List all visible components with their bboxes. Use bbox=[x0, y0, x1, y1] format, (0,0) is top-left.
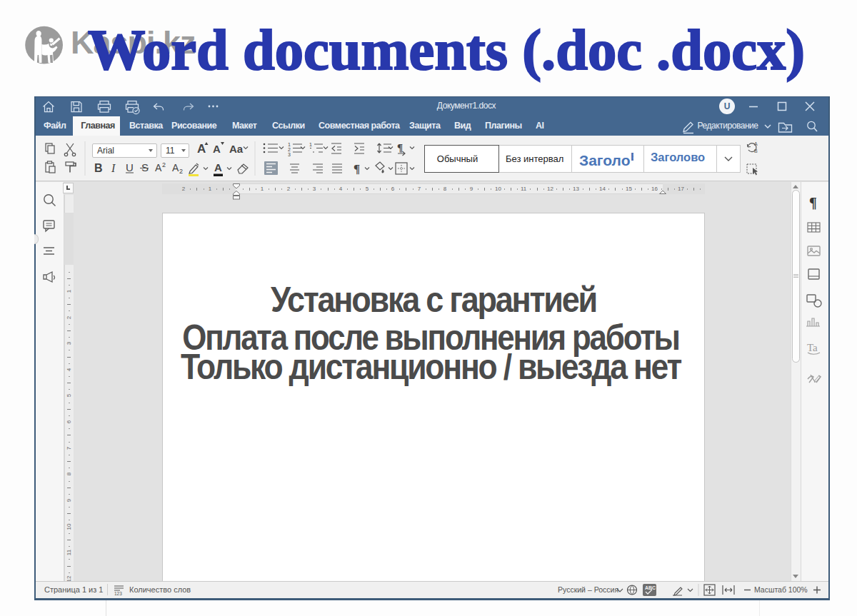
svg-text:U: U bbox=[126, 161, 134, 173]
svg-text:A: A bbox=[155, 162, 162, 173]
svg-text:A: A bbox=[214, 161, 222, 173]
svg-text:ABC: ABC bbox=[645, 585, 656, 590]
svg-text:¶: ¶ bbox=[809, 195, 817, 211]
svg-text:U: U bbox=[724, 101, 731, 111]
svg-text:1: 1 bbox=[309, 142, 312, 147]
svg-text:Aa: Aa bbox=[229, 143, 244, 155]
svg-text:123: 123 bbox=[114, 591, 122, 596]
svg-text:B: B bbox=[94, 162, 103, 174]
svg-text:B: B bbox=[754, 148, 758, 153]
svg-text:A: A bbox=[754, 141, 758, 146]
svg-text:1: 1 bbox=[288, 142, 291, 147]
svg-text:I: I bbox=[111, 162, 116, 174]
svg-text:2: 2 bbox=[162, 161, 166, 168]
svg-text:A: A bbox=[172, 162, 179, 173]
svg-text:2: 2 bbox=[179, 168, 183, 175]
svg-text:S: S bbox=[141, 161, 149, 173]
svg-text:A: A bbox=[197, 142, 206, 156]
svg-text:3: 3 bbox=[288, 152, 291, 157]
svg-text:¶: ¶ bbox=[397, 142, 403, 153]
svg-text:¶: ¶ bbox=[354, 162, 360, 176]
svg-text:2: 2 bbox=[288, 147, 291, 152]
svg-text:A: A bbox=[213, 143, 221, 155]
svg-text:Ta: Ta bbox=[807, 342, 818, 353]
